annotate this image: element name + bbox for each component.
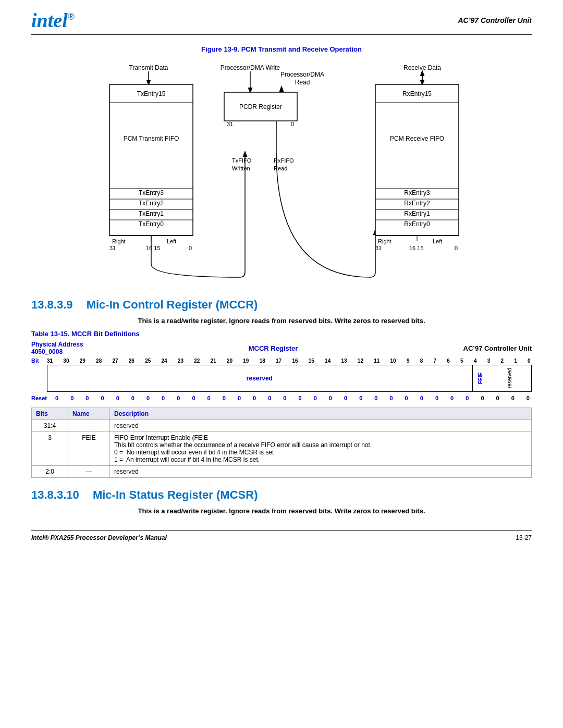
page-footer: Intel® PXA255 Processor Developer’s Manu…: [31, 530, 532, 541]
section-1-heading: 13.8.3.9 Mic-In Control Register (MCCR): [31, 298, 532, 312]
svg-text:TxEntry15: TxEntry15: [137, 90, 166, 97]
section-2-title: Mic-In Status Register (MCSR): [93, 488, 258, 501]
svg-text:RxEntry0: RxEntry0: [404, 220, 430, 228]
section-2-number: 13.8.3.10: [31, 488, 79, 501]
svg-text:Receive Data: Receive Data: [403, 64, 441, 71]
svg-text:Written: Written: [232, 165, 250, 171]
bold-para-2: This is a read/write register. Ignore re…: [31, 507, 532, 515]
svg-text:Processor/DMA: Processor/DMA: [280, 71, 324, 78]
bold-para-1: This is a read/write register. Ignore re…: [31, 317, 532, 325]
svg-text:TxFIFO: TxFIFO: [232, 157, 252, 164]
svg-text:PCM Receive FIFO: PCM Receive FIFO: [390, 135, 444, 142]
footer-left: Intel® PXA255 Processor Developer’s Manu…: [31, 534, 167, 541]
desc-cell: reserved: [110, 466, 532, 478]
col-desc: Description: [110, 408, 532, 420]
reset-bits: 0000 0000 0000 0000 0000 0000 0000 0000: [53, 394, 532, 402]
bits-cell: 2:0: [32, 466, 68, 478]
section-1-number: 13.8.3.9: [31, 298, 73, 311]
register-visual: reserved FEIE reserved: [47, 365, 532, 392]
figure-title: Figure 13-9. PCM Transmit and Receive Op…: [31, 45, 532, 53]
intel-logo: intel®: [31, 10, 75, 30]
table-row: 3 FEIE FIFO Error Interrupt Enable (FEIE…: [32, 432, 532, 466]
svg-text:RxEntry2: RxEntry2: [404, 200, 430, 207]
pcm-diagram: Transmit Data Processor/DMA Write Proces…: [31, 58, 532, 282]
svg-text:RxEntry1: RxEntry1: [404, 210, 430, 217]
name-cell: FEIE: [68, 432, 110, 466]
svg-text:Transmit Data: Transmit Data: [129, 64, 168, 71]
svg-text:0: 0: [455, 245, 458, 251]
name-cell: —: [68, 466, 110, 478]
description-table: Bits Name Description 31:4 — reserved 3 …: [31, 408, 532, 478]
svg-text:RxEntry3: RxEntry3: [404, 189, 430, 196]
bit-label: Bit: [31, 357, 46, 364]
reg-feie: FEIE: [472, 365, 487, 391]
svg-text:31: 31: [227, 121, 233, 127]
header-title: AC’97 Controller Unit: [458, 16, 532, 24]
physical-address-label: Physical Address: [31, 341, 83, 348]
svg-text:PCDR Register: PCDR Register: [239, 103, 282, 110]
svg-text:31: 31: [109, 245, 116, 251]
reg-header-row: Physical Address 4050_0008 MCCR Register…: [31, 341, 532, 355]
section-2-heading: 13.8.3.10 Mic-In Status Register (MCSR): [31, 488, 532, 502]
bits-cell: 3: [32, 432, 68, 466]
reg-reserved-wide: reserved: [47, 365, 472, 391]
bit-numbers: 3130292827262524 2322212019181716 151413…: [46, 358, 532, 364]
svg-text:Left: Left: [433, 238, 442, 244]
desc-cell: FIFO Error Interrupt Enable (FEIE This b…: [110, 432, 532, 466]
bit-number-row: Bit 3130292827262524 2322212019181716 15…: [31, 357, 532, 364]
svg-text:PCM Transmit FIFO: PCM Transmit FIFO: [124, 135, 179, 142]
svg-text:Read: Read: [295, 79, 310, 86]
svg-text:TxEntry1: TxEntry1: [139, 210, 164, 217]
reset-row: Reset 0000 0000 0000 0000 0000 0000 0000…: [31, 394, 532, 402]
svg-text:16 15: 16 15: [409, 245, 424, 251]
reg-header-center: MCCR Register: [249, 344, 298, 352]
page-header: intel® AC’97 Controller Unit: [31, 10, 532, 35]
col-bits: Bits: [32, 408, 68, 420]
svg-text:0: 0: [291, 121, 294, 127]
svg-text:RxEntry15: RxEntry15: [402, 90, 432, 97]
svg-text:Left: Left: [167, 238, 176, 244]
reg-reserved-small: reserved: [487, 365, 531, 391]
section-1-title: Mic-In Control Register (MCCR): [87, 298, 258, 311]
svg-text:Right: Right: [112, 238, 126, 244]
physical-address-value: 4050_0008: [31, 348, 83, 355]
table-row: 31:4 — reserved: [32, 420, 532, 432]
reg-header-left: Physical Address 4050_0008: [31, 341, 83, 355]
svg-text:Right: Right: [378, 238, 391, 244]
name-cell: —: [68, 420, 110, 432]
svg-text:16 15: 16 15: [146, 245, 161, 251]
reg-header-right: AC’97 Controller Unit: [463, 344, 532, 352]
reset-label: Reset: [31, 395, 53, 401]
svg-text:TxEntry0: TxEntry0: [139, 220, 164, 228]
bits-cell: 31:4: [32, 420, 68, 432]
table-title: Table 13-15. MCCR Bit Definitions: [31, 330, 532, 338]
svg-text:TxEntry3: TxEntry3: [139, 189, 164, 196]
footer-right: 13-27: [516, 534, 532, 541]
col-name: Name: [68, 408, 110, 420]
svg-text:0: 0: [189, 245, 192, 251]
svg-text:TxEntry2: TxEntry2: [139, 200, 164, 207]
desc-cell: reserved: [110, 420, 532, 432]
svg-text:Read: Read: [274, 165, 287, 171]
svg-text:31: 31: [375, 245, 382, 251]
svg-text:Processor/DMA Write: Processor/DMA Write: [221, 64, 280, 71]
table-row: 2:0 — reserved: [32, 466, 532, 478]
